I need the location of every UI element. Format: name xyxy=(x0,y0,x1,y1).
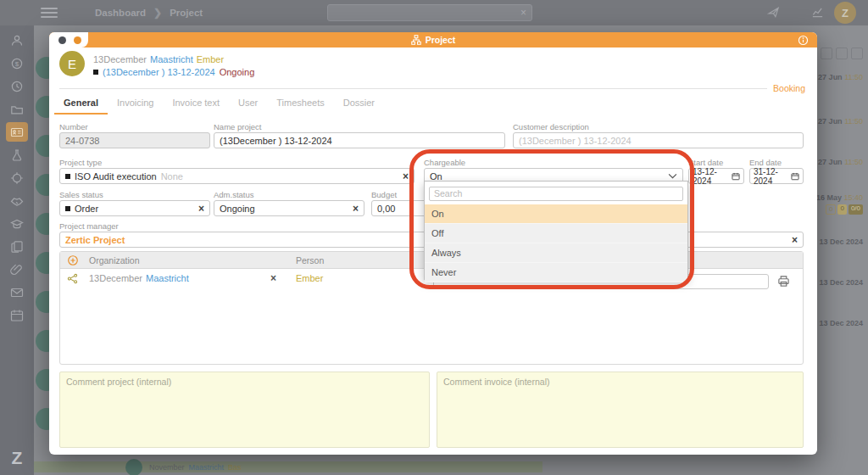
person-link[interactable]: Ember xyxy=(296,273,323,283)
adm-status-input[interactable]: Ongoing × xyxy=(214,200,364,216)
flask-icon xyxy=(10,148,24,162)
background-list-row: November Maastricht Bas xyxy=(34,461,542,472)
timeline-entry: 13 Dec 2024 xyxy=(819,278,863,287)
customer-description-input[interactable]: (13December ) 13-12-2024 xyxy=(513,132,804,148)
sidebar-item-finance[interactable]: $ xyxy=(0,52,34,75)
sidebar-item-files[interactable] xyxy=(0,98,34,120)
tab-timesheets[interactable]: Timesheets xyxy=(267,93,333,115)
sidebar-item-lab[interactable] xyxy=(0,143,34,166)
adm-status-field: Adm.status Ongoing × xyxy=(214,190,364,216)
status-square-icon xyxy=(93,70,98,75)
folder-icon xyxy=(10,103,24,116)
screen: Dashboard ❯ Project × Z $ Z xyxy=(0,0,868,475)
menu-icon[interactable] xyxy=(41,8,58,19)
sidebar-item-partners[interactable] xyxy=(0,189,34,212)
number-input[interactable]: 24-0738 xyxy=(59,132,210,148)
calendar-icon xyxy=(10,309,24,322)
share-icon[interactable] xyxy=(67,273,78,284)
clear-icon[interactable]: × xyxy=(198,204,204,214)
start-date-field: Start date 13-12-2024 xyxy=(688,158,744,184)
sidebar-nav: $ Z xyxy=(0,25,34,475)
svg-text:$: $ xyxy=(15,59,19,67)
end-date-field: End date 31-12-2024 xyxy=(749,158,804,184)
end-date-input[interactable]: 31-12-2024 xyxy=(749,168,804,184)
global-search: × xyxy=(327,4,532,21)
tab-user[interactable]: User xyxy=(229,93,267,115)
breadcrumb: Dashboard ❯ Project xyxy=(95,7,203,19)
view-button[interactable] xyxy=(836,48,848,59)
project-type-input[interactable]: ISO Audit execution None × xyxy=(59,168,415,184)
entity-person-link[interactable]: Ember xyxy=(197,54,224,64)
number-field: Number 24-0738 xyxy=(59,122,210,148)
sidebar-item-time[interactable] xyxy=(0,75,34,98)
timeline-badges: 000/0 xyxy=(826,204,863,215)
add-contact-button[interactable] xyxy=(67,254,79,266)
sidebar-item-documents[interactable] xyxy=(0,235,34,258)
sidebar-item-attachments[interactable] xyxy=(0,258,34,281)
timeline-entry: 27 Jun 11:50 xyxy=(818,73,863,81)
person-icon xyxy=(10,34,24,48)
entity-name-line: 13December Maastricht Ember xyxy=(93,54,224,64)
user-avatar[interactable]: Z xyxy=(834,2,856,24)
option-off[interactable]: Off xyxy=(425,224,687,243)
search-clear-icon[interactable]: × xyxy=(520,8,526,18)
chart-icon[interactable] xyxy=(811,6,824,19)
booking-section-divider: Booking xyxy=(59,83,805,93)
sitemap-icon xyxy=(411,35,421,45)
id-card-icon xyxy=(10,126,24,139)
name-project-field: Name project (13December ) 13-12-2024 xyxy=(214,122,505,148)
option-always[interactable]: Always xyxy=(425,243,687,263)
view-button[interactable] xyxy=(851,48,863,59)
chevron-down-icon xyxy=(668,173,677,179)
name-project-input[interactable]: (13December ) 13-12-2024 xyxy=(214,132,505,148)
modal-header: Project xyxy=(49,32,817,48)
chargeable-dropdown: On Off Always Never xyxy=(424,181,688,280)
tab-dossier[interactable]: Dossier xyxy=(334,93,384,115)
project-type-field: Project type ISO Audit execution None × xyxy=(59,158,415,184)
sales-status-field: Sales status Order × xyxy=(59,190,210,216)
sidebar-item-education[interactable] xyxy=(0,212,34,235)
sales-status-input[interactable]: Order × xyxy=(59,200,210,216)
dropdown-options: On Off Always Never xyxy=(425,204,687,282)
modal-tabs: General Invoicing Invoice text User Time… xyxy=(54,93,384,115)
timeline-entry: 16 May 15:40 xyxy=(816,193,863,202)
tab-invoice-text[interactable]: Invoice text xyxy=(163,93,229,115)
clear-icon[interactable]: × xyxy=(353,204,359,214)
comment-invoice-input[interactable] xyxy=(437,372,804,448)
tab-general[interactable]: General xyxy=(54,93,108,115)
sidebar-item-calendar[interactable] xyxy=(0,304,34,327)
option-on[interactable]: On xyxy=(425,204,687,224)
timeline-view-buttons xyxy=(821,48,863,59)
sidebar-item-person[interactable] xyxy=(0,29,34,52)
sidebar-item-projects[interactable] xyxy=(0,120,34,143)
global-search-input[interactable] xyxy=(333,8,520,18)
modal-title: Project xyxy=(49,32,817,48)
clear-icon[interactable]: × xyxy=(792,235,798,245)
sidebar-item-mail[interactable] xyxy=(0,281,34,304)
option-never[interactable]: Never xyxy=(425,263,687,282)
status-square-icon xyxy=(65,206,70,211)
tab-invoicing[interactable]: Invoicing xyxy=(108,93,163,115)
dollar-icon: $ xyxy=(10,57,24,70)
view-button[interactable] xyxy=(821,48,832,59)
info-icon[interactable] xyxy=(798,35,809,46)
breadcrumb-home[interactable]: Dashboard xyxy=(95,8,146,18)
entity-subtitle-line: (13December ) 13-12-2024 Ongoing xyxy=(93,67,254,77)
start-date-input[interactable]: 13-12-2024 xyxy=(688,168,744,184)
entity-city-link[interactable]: Maastricht xyxy=(150,54,193,64)
dropdown-search-input[interactable] xyxy=(429,187,683,201)
dropdown-search xyxy=(425,182,687,204)
organization-link[interactable]: Maastricht xyxy=(146,273,189,283)
clear-icon[interactable]: × xyxy=(270,272,276,284)
printer-icon[interactable] xyxy=(777,275,790,288)
comment-project-input[interactable] xyxy=(59,372,430,448)
chevron-right-icon: ❯ xyxy=(153,7,162,19)
send-icon[interactable] xyxy=(767,6,780,19)
calendar-icon xyxy=(732,172,740,181)
clear-icon[interactable]: × xyxy=(403,171,409,182)
sidebar-item-target[interactable] xyxy=(0,166,34,189)
breadcrumb-current: Project xyxy=(170,8,203,18)
calendar-icon xyxy=(791,172,799,181)
list-avatar xyxy=(125,459,142,475)
timeline-entry: 13 Dec 2024 xyxy=(819,238,863,246)
